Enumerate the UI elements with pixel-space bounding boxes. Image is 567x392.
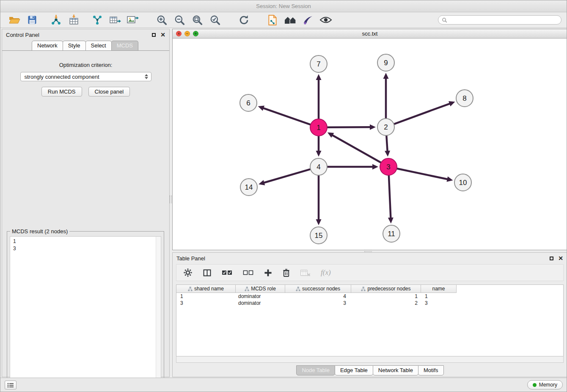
cell-predecessor-nodes[interactable]: 2 [351, 300, 421, 306]
delete-column-button[interactable] [300, 269, 311, 277]
show-columns-button[interactable] [203, 268, 212, 277]
cell-predecessor-nodes[interactable]: 1 [351, 293, 421, 300]
cell-shared-name[interactable]: 1 [176, 293, 236, 300]
tab-edge-table[interactable]: Edge Table [335, 365, 373, 375]
new-table-button[interactable] [106, 13, 124, 27]
application-window: Session: New Session [0, 0, 567, 392]
tab-mcds[interactable]: MCDS [111, 41, 138, 50]
delete-column-icon [300, 269, 311, 277]
search-field[interactable] [438, 15, 561, 25]
open-session-button[interactable] [6, 13, 23, 27]
table-horizontal-scrollbar[interactable] [176, 356, 564, 363]
table-row[interactable]: 3 dominator 3 2 3 [176, 300, 563, 306]
column-header-predecessor-nodes[interactable]: predecessor nodes [351, 285, 421, 293]
zoom-fit-icon [192, 14, 203, 25]
delete-rows-button[interactable] [282, 268, 290, 277]
select-all-button[interactable] [222, 269, 233, 276]
graph-edge-3-1[interactable] [331, 135, 380, 163]
import-network-button[interactable] [47, 13, 65, 27]
mcds-result-list[interactable]: 1 3 [10, 236, 161, 389]
column-tree-icon [188, 287, 193, 291]
control-panel-tabs: Network Style Select MCDS [2, 40, 169, 50]
zoom-out-button[interactable] [171, 13, 188, 27]
import-table-button[interactable] [65, 13, 83, 27]
close-panel-icon[interactable]: ✕ [160, 33, 165, 37]
memory-button[interactable]: Memory [527, 380, 563, 389]
vertical-splitter-handle[interactable] [170, 196, 172, 203]
optimization-criterion-select[interactable]: strongly connected component [20, 72, 151, 81]
function-builder-button[interactable]: f(x) [321, 268, 331, 277]
graph-arrowhead-2-3 [385, 151, 390, 157]
select-all-icon [222, 269, 233, 276]
horizontal-splitter-handle[interactable] [364, 250, 372, 252]
network-document-button[interactable] [264, 13, 281, 27]
cell-name[interactable]: 3 [421, 300, 457, 306]
open-folder-icon [8, 15, 20, 25]
tab-select[interactable]: Select [85, 41, 112, 50]
graph-node-label-1: 1 [317, 124, 320, 132]
network-canvas[interactable]: 7968124314101511 [173, 39, 567, 250]
close-table-panel-icon[interactable]: ✕ [558, 256, 563, 260]
export-image-button[interactable] [124, 13, 142, 27]
result-scrollbar[interactable] [156, 237, 161, 389]
unselect-all-button[interactable] [243, 269, 254, 276]
add-row-button[interactable] [264, 269, 272, 277]
graph-node-label-11: 11 [388, 230, 395, 238]
mcds-result-box: MCDS result (2 nodes) 1 3 [7, 231, 164, 392]
table-row[interactable]: 1 dominator 4 1 1 [176, 293, 563, 300]
homes-icon [284, 15, 297, 25]
column-header-mcds-role[interactable]: MCDS role [236, 285, 285, 293]
graph-arrowhead-4-14 [259, 180, 265, 185]
zoom-fit-button[interactable] [188, 13, 206, 27]
column-header-successor-nodes[interactable]: successor nodes [285, 285, 351, 293]
graph-node-label-8: 8 [462, 94, 466, 102]
minimize-window-icon[interactable]: − [184, 31, 190, 36]
cell-mcds-role[interactable]: dominator [236, 293, 285, 300]
save-session-button[interactable] [23, 13, 41, 27]
network-graph[interactable]: 7968124314101511 [173, 39, 567, 250]
show-graphics-details-button[interactable] [317, 13, 335, 27]
refresh-button[interactable] [235, 13, 253, 27]
close-window-icon[interactable]: × [176, 31, 182, 36]
cell-name[interactable]: 1 [421, 293, 457, 300]
tab-node-table[interactable]: Node Table [296, 365, 335, 375]
tab-network-table[interactable]: Network Table [373, 365, 418, 375]
table-settings-button[interactable] [183, 268, 193, 277]
graph-edge-1-6[interactable] [262, 108, 310, 125]
task-history-button[interactable] [5, 381, 17, 389]
graph-edge-2-8[interactable] [394, 103, 451, 124]
table-header-row: shared name MCDS role successor nodes pr… [176, 285, 563, 293]
graph-edge-2-3[interactable] [386, 136, 387, 152]
network-view-window: × − + scc.txt 7968124314101511 [172, 29, 567, 250]
graph-node-label-3: 3 [386, 163, 390, 171]
cell-successor-nodes[interactable]: 3 [285, 300, 351, 306]
style-button[interactable] [299, 13, 317, 27]
window-titlebar: Session: New Session [0, 0, 567, 12]
float-table-panel-icon[interactable] [550, 257, 553, 260]
column-header-shared-name[interactable]: shared name [176, 285, 236, 293]
graph-edge-3-10[interactable] [397, 168, 449, 179]
zoom-selected-button[interactable] [206, 13, 224, 27]
tab-network[interactable]: Network [32, 41, 63, 50]
graph-edge-4-14[interactable] [263, 169, 310, 183]
graph-edge-3-11[interactable] [389, 176, 391, 219]
cell-mcds-role[interactable]: dominator [236, 300, 285, 306]
run-mcds-button[interactable]: Run MCDS [41, 87, 82, 97]
graph-node-label-4: 4 [317, 163, 320, 171]
cell-successor-nodes[interactable]: 4 [285, 293, 351, 300]
home-button[interactable] [281, 13, 299, 27]
cell-shared-name[interactable]: 3 [176, 300, 236, 306]
maximize-window-icon[interactable]: + [193, 31, 198, 36]
search-input[interactable] [450, 17, 558, 23]
float-panel-icon[interactable] [152, 33, 156, 37]
main-toolbar [0, 12, 567, 28]
graph-arrowhead-4-15 [316, 219, 322, 225]
column-header-name[interactable]: name [421, 285, 457, 293]
new-network-button[interactable] [88, 13, 106, 27]
image-export-icon [127, 14, 139, 25]
tab-motifs[interactable]: Motifs [418, 365, 444, 375]
zoom-in-button[interactable] [153, 13, 171, 27]
graph-edge-1-2[interactable] [328, 127, 371, 127]
tab-style[interactable]: Style [63, 41, 86, 50]
close-panel-button[interactable]: Close panel [88, 87, 130, 97]
